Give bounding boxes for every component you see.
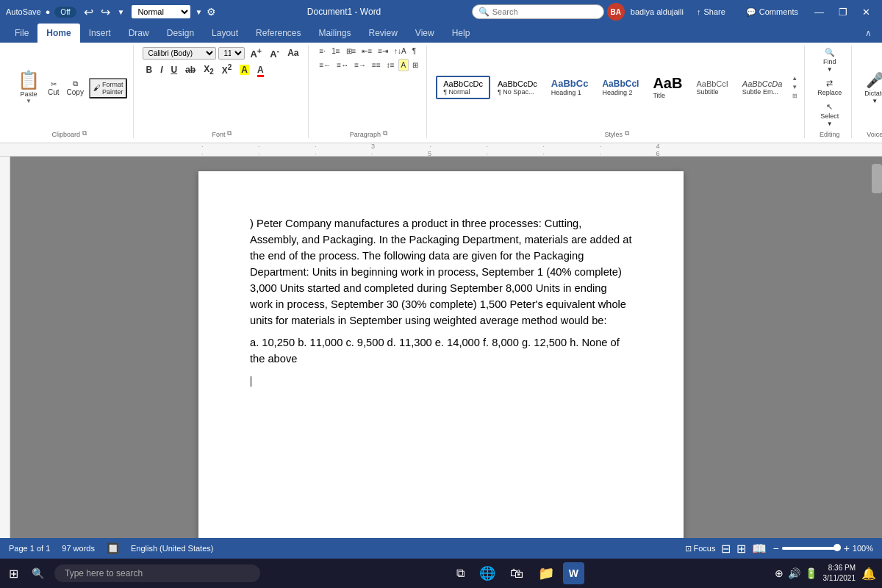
focus-button[interactable]: ⊡ Focus <box>685 544 716 553</box>
clear-format-button[interactable]: Aa <box>284 47 301 59</box>
taskbar-search-input[interactable] <box>54 564 260 582</box>
style-title[interactable]: AaB Title <box>646 72 689 102</box>
align-left-button[interactable]: ≡← <box>318 60 334 71</box>
page-content[interactable]: ) Peter Company manufactures a product i… <box>250 215 632 389</box>
redo-button[interactable]: ↪ <box>98 4 113 21</box>
text-highlight-button[interactable]: A <box>237 64 252 76</box>
style-heading1[interactable]: AaBbCc Heading 1 <box>545 75 595 99</box>
style-heading2[interactable]: AaBbCcI Heading 2 <box>595 76 645 99</box>
scrollbar-thumb[interactable] <box>872 164 882 193</box>
find-button[interactable]: 🔍 Find ▼ <box>820 46 840 75</box>
close-button[interactable]: ✕ <box>856 4 876 21</box>
cortana-icon[interactable]: 🌐 <box>473 562 501 584</box>
battery-icon[interactable]: 🔋 <box>805 567 817 579</box>
start-button[interactable]: ⊞ <box>6 564 21 584</box>
style-no-spacing[interactable]: AaBbCcDc ¶ No Spac... <box>491 76 544 98</box>
search-button[interactable]: 🔍 <box>26 564 50 582</box>
network-icon[interactable]: ⊕ <box>775 567 784 579</box>
paragraph-expand-icon[interactable]: ⧉ <box>382 129 388 138</box>
italic-button[interactable]: I <box>157 64 165 76</box>
paste-button[interactable]: 📋 Paste ▼ <box>12 67 46 107</box>
customize-toolbar-button[interactable]: ⚙ <box>207 6 216 18</box>
tab-insert[interactable]: Insert <box>80 24 120 43</box>
taskview-button[interactable]: ⧉ <box>451 562 470 584</box>
ribbon-collapse-button[interactable]: ∧ <box>861 26 876 40</box>
document-area[interactable]: ) Peter Company manufactures a product i… <box>10 157 872 538</box>
tab-references[interactable]: References <box>247 24 309 43</box>
zoom-bar[interactable] <box>782 547 841 550</box>
tab-home[interactable]: Home <box>37 24 79 43</box>
line-spacing-button[interactable]: ↕≡ <box>384 60 397 71</box>
styles-scroll-up[interactable]: ▲ <box>791 74 798 82</box>
font-size-select[interactable]: 11 <box>218 47 245 60</box>
minimize-button[interactable]: — <box>808 4 830 21</box>
tab-mailings[interactable]: Mailings <box>309 24 359 43</box>
quick-style-select[interactable]: Normal <box>132 5 190 18</box>
store-icon[interactable]: 🛍 <box>504 562 529 584</box>
underline-button[interactable]: U <box>168 64 180 76</box>
autosave-toggle[interactable]: Off <box>54 7 76 18</box>
grow-font-button[interactable]: A+ <box>247 46 265 60</box>
word-taskbar-icon[interactable]: W <box>563 562 584 584</box>
increase-indent-button[interactable]: ≡⇥ <box>376 46 390 57</box>
show-marks-button[interactable]: ¶ <box>410 46 418 57</box>
shading-button[interactable]: A <box>398 59 409 71</box>
share-button[interactable]: ↑ Share <box>689 4 733 19</box>
bullets-button[interactable]: ≡· <box>318 46 329 57</box>
dictate-button[interactable]: 🎤 Dictate ▼ <box>861 69 882 107</box>
numbering-button[interactable]: 1≡ <box>329 46 342 57</box>
borders-button[interactable]: ⊞ <box>410 60 420 71</box>
styles-expand[interactable]: ⊞ <box>791 92 798 100</box>
volume-icon[interactable]: 🔊 <box>788 567 800 579</box>
style-normal[interactable]: AaBbCcDc ¶ Normal <box>436 76 490 99</box>
bold-button[interactable]: B <box>143 64 155 76</box>
undo-button[interactable]: ↩ <box>81 4 96 21</box>
comments-button[interactable]: 💬 Comments <box>739 4 806 20</box>
align-right-button[interactable]: ≡→ <box>352 60 368 71</box>
font-family-select[interactable]: Calibri (Body) <box>143 47 216 60</box>
tab-draw[interactable]: Draw <box>120 24 158 43</box>
read-mode-button[interactable]: 📖 <box>752 542 767 556</box>
style-subtitle[interactable]: AaBbCcI Subtitle <box>689 76 734 98</box>
tab-file[interactable]: File <box>6 24 37 43</box>
document-page[interactable]: ) Peter Company manufactures a product i… <box>198 171 684 538</box>
format-painter-button[interactable]: 🖌 Format Painter <box>89 78 128 98</box>
web-layout-button[interactable]: ⊞ <box>736 542 746 556</box>
zoom-thumb[interactable] <box>833 544 841 551</box>
tab-review[interactable]: Review <box>360 24 406 43</box>
tab-design[interactable]: Design <box>158 24 203 43</box>
language[interactable]: English (United States) <box>131 544 214 553</box>
font-expand-icon[interactable]: ⧉ <box>226 129 232 138</box>
select-button[interactable]: ↖ Select ▼ <box>817 100 842 129</box>
font-color-button[interactable]: A <box>254 64 267 76</box>
multilevel-button[interactable]: ⊞≡ <box>344 46 359 57</box>
justify-button[interactable]: ≡≡ <box>370 60 383 71</box>
sort-button[interactable]: ↑↓A <box>392 46 409 57</box>
restore-button[interactable]: ❐ <box>833 4 853 21</box>
shrink-font-button[interactable]: A- <box>267 46 282 60</box>
decrease-indent-button[interactable]: ⇤≡ <box>359 46 374 57</box>
styles-scroll-down[interactable]: ▼ <box>791 83 798 91</box>
print-layout-button[interactable]: ⊟ <box>721 542 731 556</box>
align-center-button[interactable]: ≡↔ <box>334 60 351 71</box>
tab-view[interactable]: View <box>406 24 443 43</box>
right-scrollbar-track[interactable] <box>872 157 882 538</box>
notification-icon[interactable]: 🔔 <box>861 567 876 581</box>
zoom-out-button[interactable]: − <box>772 542 778 554</box>
strikethrough-button[interactable]: ab <box>182 64 198 76</box>
cut-button[interactable]: ✂ Cut <box>46 78 62 98</box>
toolbar-expand-button[interactable]: ▼ <box>195 8 202 16</box>
title-search-box[interactable]: 🔍 <box>472 4 604 19</box>
zoom-in-button[interactable]: + <box>844 542 850 554</box>
folder-icon[interactable]: 📁 <box>532 562 560 584</box>
replace-button[interactable]: ⇄ Replace <box>814 76 845 98</box>
more-undo-button[interactable]: ▼ <box>115 4 128 21</box>
copy-button[interactable]: ⧉ Copy <box>65 78 86 98</box>
subscript-button[interactable]: X2 <box>201 63 217 76</box>
clock-display[interactable]: 8:36 PM 3/11/2021 <box>823 563 856 584</box>
style-subtle-em[interactable]: AaBbCcDa Subtle Em... <box>736 76 789 98</box>
superscript-button[interactable]: X2 <box>219 62 235 76</box>
tab-help[interactable]: Help <box>443 24 479 43</box>
styles-expand-icon[interactable]: ⧉ <box>624 129 630 138</box>
clipboard-expand-icon[interactable]: ⧉ <box>82 129 87 138</box>
